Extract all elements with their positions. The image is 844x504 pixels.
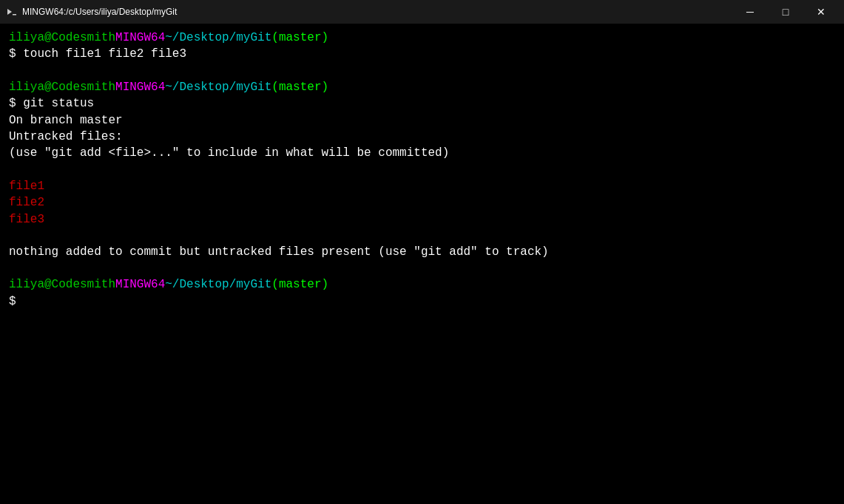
output-text-4: nothing added to commit but untracked fi… [9,244,549,260]
prompt-branch-2: (master) [271,79,328,95]
output-text-1: On branch master [9,112,123,129]
maximize-button[interactable]: □ [769,0,803,24]
empty-line-3 [9,228,835,244]
output-line-2: Untracked files: [9,129,835,145]
prompt-mingw-1: MINGW64 [115,30,165,46]
file-line-1: file1 [9,178,835,194]
empty-line-4 [9,260,835,276]
file-text-2: file2 [9,194,44,211]
window-controls: ─ □ ✕ [733,0,838,24]
prompt-path-2: ~/Desktop/myGit [165,79,271,95]
empty-line-2 [9,162,835,178]
terminal-icon [6,6,18,18]
svg-rect-2 [13,14,16,16]
title-bar: MINGW64:/c/Users/iliya/Desktop/myGit ─ □… [0,0,844,24]
prompt-user-2: iliya@Codesmith [9,79,115,95]
prompt-line-3: iliya@Codesmith MINGW64 ~/Desktop/myGit … [9,276,835,293]
command-line-3[interactable]: $ [9,293,835,310]
title-bar-left: MINGW64:/c/Users/iliya/Desktop/myGit [6,6,177,18]
file-text-1: file1 [9,178,44,194]
command-line-1: $ touch file1 file2 file3 [9,46,835,62]
command-line-2: $ git status [9,95,835,112]
close-button[interactable]: ✕ [804,0,838,24]
prompt-branch-3: (master) [271,276,328,293]
output-line-1: On branch master [9,112,835,129]
output-text-3: (use "git add <file>..." to include in w… [9,145,449,161]
output-line-4: nothing added to commit but untracked fi… [9,244,835,260]
prompt-line-1: iliya@Codesmith MINGW64 ~/Desktop/myGit … [9,30,835,46]
prompt-user-3: iliya@Codesmith [9,276,115,293]
prompt-branch-1: (master) [271,30,328,46]
file-line-3: file3 [9,211,835,228]
output-line-3: (use "git add <file>..." to include in w… [9,145,835,161]
prompt-path-3: ~/Desktop/myGit [165,276,271,293]
prompt-user-1: iliya@Codesmith [9,30,115,46]
command-text-1: $ touch file1 file2 file3 [9,46,186,62]
prompt-path-1: ~/Desktop/myGit [165,30,271,46]
prompt-mingw-3: MINGW64 [115,276,165,293]
empty-line-1 [9,63,835,79]
file-line-2: file2 [9,194,835,211]
prompt-line-2: iliya@Codesmith MINGW64 ~/Desktop/myGit … [9,79,835,95]
output-text-2: Untracked files: [9,129,123,145]
prompt-mingw-2: MINGW64 [115,79,165,95]
terminal-body[interactable]: iliya@Codesmith MINGW64 ~/Desktop/myGit … [0,24,844,504]
command-text-2: $ git status [9,95,94,112]
file-text-3: file3 [9,211,44,228]
command-text-3: $ [9,293,16,310]
minimize-button[interactable]: ─ [733,0,767,24]
window-title: MINGW64:/c/Users/iliya/Desktop/myGit [22,7,177,17]
